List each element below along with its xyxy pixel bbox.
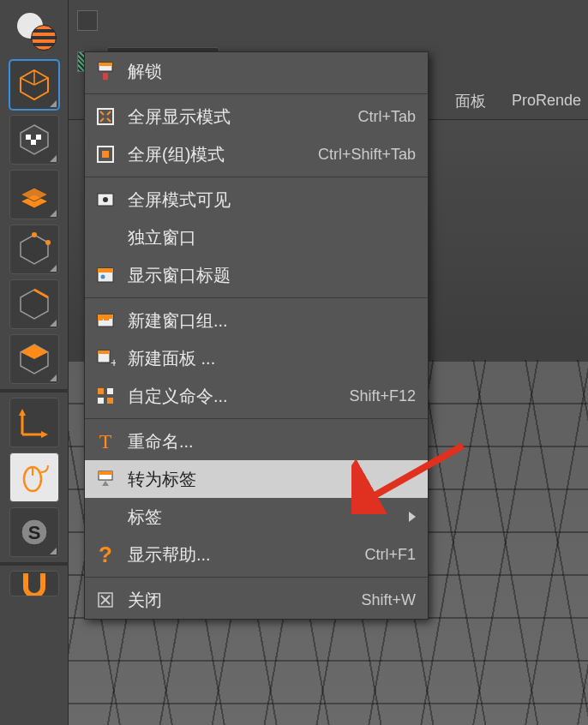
svg-rect-38 — [98, 319, 103, 321]
svg-rect-43 — [98, 388, 104, 394]
menu-panel[interactable]: 面板 — [455, 91, 486, 111]
menu-label: 标签 — [128, 506, 399, 529]
svg-point-11 — [32, 232, 37, 237]
visible-icon — [93, 188, 117, 212]
rename-icon: T — [93, 429, 117, 453]
svg-text:S: S — [27, 522, 40, 543]
expand-corner-icon — [50, 320, 57, 327]
menu-rename[interactable]: T 重命名... — [85, 422, 428, 460]
expand-group-icon — [93, 142, 117, 166]
window-title-icon — [93, 263, 117, 287]
cube-point-icon — [17, 232, 51, 267]
panel-toggle-icon[interactable] — [77, 10, 98, 31]
svg-rect-44 — [107, 388, 113, 394]
menu-label: 全屏模式可见 — [128, 189, 416, 212]
svg-point-35 — [101, 275, 105, 279]
mouse-icon — [17, 460, 51, 494]
menu-label: 新建面板 ... — [128, 347, 416, 370]
menu-new-window-group[interactable]: 新建窗口组... — [85, 302, 428, 339]
svg-marker-20 — [41, 431, 48, 438]
menu-label: 关闭 — [128, 589, 351, 612]
svg-marker-19 — [19, 409, 26, 416]
menu-new-panel[interactable]: + 新建面板 ... — [85, 339, 428, 377]
menu-label: 重命名... — [128, 430, 416, 453]
axis-tool[interactable] — [9, 398, 59, 447]
svg-rect-7 — [36, 135, 41, 140]
menu-fullscreen[interactable]: 全屏显示模式 Ctrl+Tab — [85, 98, 428, 135]
expand-corner-icon — [50, 265, 57, 272]
menu-prorender[interactable]: ProRende — [512, 92, 581, 110]
menu-separator — [85, 577, 428, 578]
blank-icon — [93, 225, 117, 249]
blank-icon — [93, 505, 117, 529]
menu-convert-to-tab[interactable]: 转为标签 — [85, 460, 428, 498]
svg-rect-45 — [98, 398, 104, 404]
svg-rect-6 — [31, 140, 36, 145]
menu-unlock[interactable]: 解锁 — [85, 52, 428, 90]
magnet-icon — [17, 571, 51, 596]
menu-tabs-submenu[interactable]: 标签 — [85, 498, 428, 536]
menu-fullscreen-group[interactable]: 全屏(组)模式 Ctrl+Shift+Tab — [85, 135, 428, 173]
svg-point-12 — [45, 240, 51, 245]
lock-icon — [93, 59, 117, 83]
svg-rect-37 — [98, 315, 113, 319]
menu-show-title[interactable]: 显示窗口标题 — [85, 256, 428, 294]
cube-texture-tool[interactable] — [9, 115, 59, 165]
cube-edge-tool[interactable] — [9, 279, 59, 329]
menu-separator — [85, 418, 428, 419]
submenu-arrow-icon — [409, 512, 416, 522]
menu-shortcut: Ctrl+Tab — [357, 108, 416, 126]
cube-tool[interactable] — [9, 60, 59, 110]
menu-customize[interactable]: 自定义命令... Shift+F12 — [85, 377, 428, 415]
cube-face-tool[interactable] — [9, 334, 59, 384]
menu-label: 显示窗口标题 — [128, 264, 416, 287]
svg-rect-5 — [26, 135, 31, 140]
snap-tool[interactable]: S — [9, 507, 59, 557]
floor-tool[interactable] — [9, 170, 59, 219]
globe-tool[interactable] — [9, 5, 59, 55]
menu-shortcut: Shift+W — [361, 591, 416, 609]
menu-detach-window[interactable]: 独立窗口 — [85, 219, 428, 256]
menu-label: 解锁 — [128, 60, 416, 83]
menu-show-help[interactable]: ? 显示帮助... Ctrl+F1 — [85, 536, 428, 573]
new-panel-icon: + — [93, 346, 117, 370]
mouse-tool[interactable] — [9, 452, 59, 502]
expand-corner-icon — [50, 210, 57, 217]
svg-rect-41 — [98, 351, 110, 354]
cube-point-tool[interactable] — [9, 225, 59, 274]
svg-rect-39 — [104, 319, 109, 321]
menu-separator — [85, 177, 428, 177]
svg-rect-27 — [103, 73, 108, 80]
svg-rect-48 — [99, 471, 112, 475]
cube-icon — [17, 68, 51, 102]
expand-icon — [93, 105, 117, 129]
menu-label: 独立窗口 — [128, 226, 416, 249]
customize-icon — [93, 384, 117, 408]
svg-rect-28 — [98, 109, 113, 124]
floor-icon — [17, 177, 51, 212]
menu-label: 转为标签 — [128, 468, 416, 491]
svg-point-32 — [103, 197, 108, 202]
cube-edge-icon — [17, 287, 51, 321]
new-group-icon — [93, 309, 117, 333]
axis-icon — [17, 405, 51, 440]
svg-marker-10 — [21, 235, 48, 264]
left-toolbar: S — [0, 0, 69, 725]
expand-corner-icon — [50, 155, 57, 162]
toolbar-separator — [0, 389, 69, 392]
menu-shortcut: Shift+F12 — [349, 387, 416, 405]
close-icon — [93, 588, 117, 612]
help-icon: ? — [93, 542, 117, 566]
cube-checker-icon — [17, 123, 51, 157]
menu-shortcut: Ctrl+Shift+Tab — [318, 146, 416, 164]
menu-close[interactable]: 关闭 Shift+W — [85, 581, 428, 619]
expand-corner-icon — [50, 100, 57, 107]
menu-separator — [85, 93, 428, 94]
expand-corner-icon — [50, 374, 57, 381]
magnet-tool[interactable] — [9, 571, 59, 596]
menu-separator — [85, 297, 428, 298]
menu-fullscreen-visible[interactable]: 全屏模式可见 — [85, 181, 428, 219]
svg-rect-26 — [99, 63, 112, 66]
menu-label: 全屏(组)模式 — [128, 143, 308, 166]
svg-rect-46 — [107, 398, 113, 404]
